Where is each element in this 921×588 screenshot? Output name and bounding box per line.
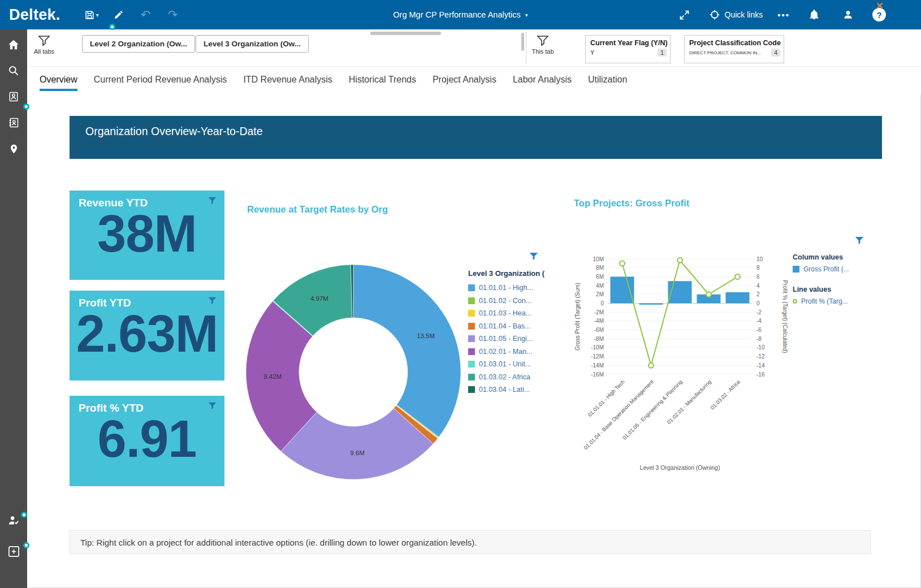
save-button[interactable]: ▾ — [82, 5, 101, 25]
line-marker[interactable] — [735, 274, 740, 279]
legend-item[interactable]: 01.03.04 - Lati... — [468, 383, 553, 396]
legend-item[interactable]: 01.01.04 - Bas... — [468, 320, 553, 333]
chevron-down-icon: ▾ — [525, 12, 528, 18]
legend-swatch — [468, 297, 475, 304]
save-icon — [84, 10, 95, 20]
filter-chip-level3-org[interactable]: Level 3 Organization (Ow... — [196, 35, 309, 53]
kpi-profit-pct-ytd[interactable]: Profit % YTD 6.91 — [70, 396, 224, 486]
combo-chart-title: Top Projects: Gross Profit — [574, 198, 689, 209]
donut-chart[interactable]: 13.5M9.6M9.42M4.97M — [245, 263, 462, 481]
y-left-tick: -10M — [591, 344, 604, 351]
this-tab-label: This tab — [531, 48, 554, 55]
legend-label: 01.03.01 - Unit... — [479, 360, 531, 368]
legend-item[interactable]: 01.01.02 - Con... — [468, 295, 553, 308]
vertical-scrollbar[interactable] — [521, 33, 524, 51]
contacts-icon[interactable] — [0, 110, 27, 136]
all-tabs-filter[interactable]: All tabs — [29, 35, 59, 55]
bell-icon — [808, 9, 820, 20]
y-left-tick: 4M — [596, 283, 604, 289]
kpi-profit-ytd[interactable]: Profit YTD 2.63M — [70, 291, 224, 381]
section-banner: Organization Overview-Year-to-Date — [70, 116, 882, 159]
legend-label: 01.01.04 - Bas... — [479, 322, 531, 330]
y-right-axis-title: Profit % (Target) (Calculated) — [782, 280, 788, 353]
more-options-button[interactable]: ••• — [777, 10, 790, 20]
pin-icon[interactable] — [0, 136, 27, 162]
edit-button[interactable] — [109, 5, 128, 25]
filter-funnel-icon[interactable] — [208, 297, 217, 305]
notifications-button[interactable] — [805, 5, 824, 25]
tab-bar: Overview Current Period Revenue Analysis… — [27, 67, 921, 95]
y-left-tick: 10M — [593, 256, 604, 262]
bar[interactable] — [611, 276, 634, 303]
bar[interactable] — [639, 303, 663, 304]
pencil-icon — [114, 10, 124, 20]
legend-item[interactable]: 01.03.01 - Unit... — [468, 358, 553, 371]
line-marker[interactable] — [677, 258, 682, 263]
legend-item-gross-profit[interactable]: Gross Profit (... — [793, 265, 872, 273]
line-marker[interactable] — [706, 292, 711, 297]
legend-item-profit-pct[interactable]: Profit % (Targ... — [793, 297, 872, 305]
legend-item[interactable]: 01.01.03 - Hea... — [468, 307, 553, 320]
hint-dot[interactable] — [23, 542, 29, 548]
filter-current-year-flag[interactable]: Current Year Flag (Y/N) Y 1 — [585, 35, 671, 63]
line-marker[interactable] — [648, 363, 654, 368]
filter-project-classification[interactable]: Project Classification Code DIRECT PROJE… — [684, 35, 784, 63]
filter-funnel-icon[interactable] — [529, 252, 538, 261]
tab-utilization[interactable]: Utilization — [588, 75, 627, 94]
tab-historical-trends[interactable]: Historical Trends — [349, 75, 416, 94]
filter-title: Current Year Flag (Y/N) — [586, 36, 670, 49]
y-left-tick: -12M — [591, 353, 604, 360]
legend-item[interactable]: 01.01.05 - Engi... — [468, 332, 553, 345]
all-tabs-label: All tabs — [34, 48, 54, 55]
kpi-value: 2.63M — [70, 307, 224, 361]
app-window: Deltek. ▾ ↶ ↷ Org Mgr CP Performance Ana… — [0, 0, 921, 588]
filter-chip-level2-org[interactable]: Level 2 Organization (Ow... — [82, 35, 195, 53]
hint-dot[interactable] — [109, 24, 115, 30]
legend-label: 01.01.05 - Engi... — [479, 335, 533, 343]
tab-project-analysis[interactable]: Project Analysis — [433, 75, 496, 94]
legend-label: 01.03.04 - Lati... — [479, 386, 530, 394]
legend-swatch — [468, 348, 475, 355]
profile-button[interactable] — [838, 5, 858, 25]
kpi-value: 38M — [70, 207, 224, 261]
y-right-tick: -16 — [756, 371, 765, 378]
this-tab-filter[interactable]: This tab — [528, 35, 557, 55]
legend-item[interactable]: 01.02.01 - Man... — [468, 345, 553, 358]
donut-label: 4.97M — [310, 295, 328, 302]
kpi-revenue-ytd[interactable]: Revenue YTD 38M — [70, 191, 224, 280]
tab-labor-analysis[interactable]: Labor Analysis — [513, 75, 572, 94]
tab-overview[interactable]: Overview — [40, 75, 77, 94]
expand-button[interactable] — [675, 5, 694, 25]
combo-chart[interactable]: 10M108M86M64M42M200-2M-2-4M-4-6M-6-8M-8-… — [567, 249, 800, 478]
y-left-tick: -2M — [594, 309, 604, 315]
hint-dot[interactable] — [21, 512, 27, 518]
left-sidebar — [0, 29, 27, 588]
search-icon[interactable] — [0, 58, 27, 84]
donut-segment[interactable] — [353, 265, 461, 437]
x-tick-label: 01.01.05 - Engineering & Planning — [621, 379, 684, 441]
legend-item[interactable]: 01.03.02 - Africa — [468, 371, 553, 384]
bar[interactable] — [726, 292, 750, 304]
dashboard-title-menu[interactable]: Org Mgr CP Performance Analytics ▾ — [393, 10, 527, 19]
home-icon[interactable] — [0, 32, 27, 58]
line-marker[interactable] — [620, 261, 625, 266]
y-left-tick: 8M — [596, 265, 604, 271]
hint-dot[interactable] — [23, 103, 29, 110]
filter-funnel-icon[interactable] — [855, 236, 864, 245]
legend-swatch — [468, 386, 475, 393]
tab-itd-revenue[interactable]: ITD Revenue Analysis — [243, 75, 332, 94]
tab-current-period-revenue[interactable]: Current Period Revenue Analysis — [94, 75, 227, 94]
line-values-title: Line values — [793, 286, 872, 293]
horizontal-scrollbar[interactable] — [370, 32, 441, 35]
add-button[interactable] — [0, 538, 27, 564]
filter-funnel-icon[interactable] — [208, 197, 217, 205]
filter-funnel-icon[interactable] — [208, 402, 217, 410]
quick-links-button[interactable]: Quick links — [709, 9, 763, 20]
legend-swatch — [793, 266, 799, 273]
undo-button[interactable]: ↶ — [136, 5, 155, 25]
x-tick-label: 01.03.02 - Africa — [709, 378, 741, 410]
close-icon[interactable]: ✕ — [876, 1, 883, 11]
y-left-tick: 0 — [600, 300, 604, 306]
legend-item[interactable]: 01.01.01 - High... — [468, 282, 553, 295]
redo-button[interactable]: ↷ — [163, 5, 183, 25]
